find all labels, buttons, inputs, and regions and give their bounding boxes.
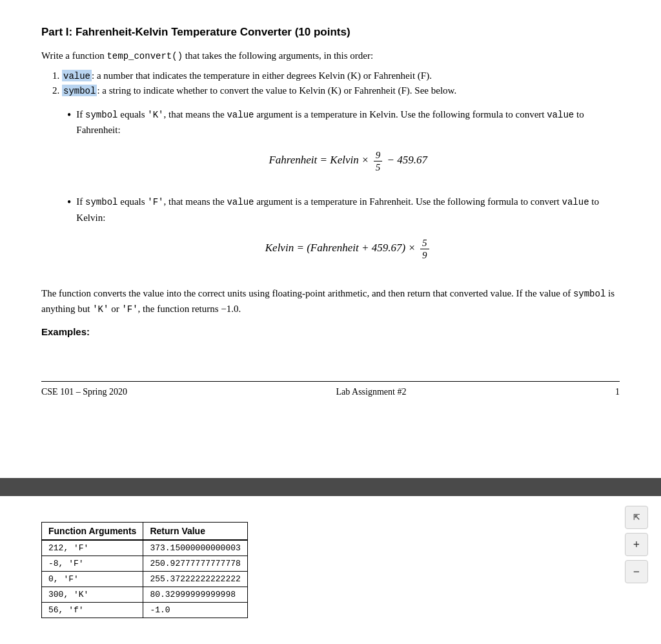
b2-symbol: symbol bbox=[85, 197, 117, 207]
footer-center: Lab Assignment #2 bbox=[336, 387, 407, 397]
arg2-label: symbol bbox=[62, 85, 97, 96]
table-cell-3-1: 80.32999999999998 bbox=[143, 587, 247, 603]
col-header-return: Return Value bbox=[143, 523, 247, 541]
b2-mid: equals bbox=[117, 196, 147, 207]
fit-icon: ⇱ bbox=[633, 513, 640, 523]
formula1-num: 9 bbox=[374, 149, 383, 161]
table-cell-4-1: -1.0 bbox=[143, 603, 247, 618]
part-title: Part I: Fahrenheit-Kelvin Temperature Co… bbox=[41, 26, 620, 39]
arg2-rest: : a string to indicate whether to conver… bbox=[97, 85, 456, 96]
table-cell-2-1: 255.37222222222222 bbox=[143, 572, 247, 587]
table-row: -8, 'F'250.92777777777778 bbox=[42, 556, 248, 572]
table-header-row: Function Arguments Return Value bbox=[42, 523, 248, 541]
formula2-paren: (Fahrenheit + 459.67) bbox=[307, 242, 405, 254]
summary-val1: 'K' bbox=[92, 304, 108, 315]
b1-arg: value bbox=[227, 110, 254, 120]
b1-post: , that means the bbox=[164, 109, 227, 119]
summary-paragraph: The function converts the value into the… bbox=[41, 286, 620, 317]
summary-text: The function converts the value into the… bbox=[41, 288, 573, 298]
plus-icon: + bbox=[633, 538, 640, 552]
summary-end: , the function returns −1.0. bbox=[138, 304, 241, 314]
table-row: 0, 'F'255.37222222222222 bbox=[42, 572, 248, 587]
formula2-num: 5 bbox=[420, 237, 429, 249]
arg-item-1: value: a number that indicates the tempe… bbox=[62, 70, 620, 81]
page-one: Part I: Fahrenheit-Kelvin Temperature Co… bbox=[0, 0, 661, 478]
examples-table: Function Arguments Return Value 212, 'F'… bbox=[41, 522, 248, 618]
b2-pre: If bbox=[76, 196, 85, 207]
table-body: 212, 'F'373.15000000000003-8, 'F'250.927… bbox=[42, 540, 248, 618]
args-list: value: a number that indicates the tempe… bbox=[62, 70, 620, 96]
b2-post: , that means the bbox=[164, 196, 227, 207]
formula1-times: × bbox=[361, 154, 372, 167]
intro-text-after: that takes the following arguments, in t… bbox=[183, 50, 373, 61]
bullet-section: • If symbol equals 'K', that means the v… bbox=[67, 107, 620, 275]
b2-end: argument is a temperature in Fahrenheit.… bbox=[254, 196, 562, 207]
footer-left: CSE 101 – Spring 2020 bbox=[41, 387, 127, 397]
formula1-minus: − 459.67 bbox=[387, 154, 427, 167]
formula1-eq: = bbox=[320, 154, 330, 167]
table-row: 300, 'K'80.32999999999998 bbox=[42, 587, 248, 603]
summary-val2: 'F' bbox=[121, 304, 137, 315]
formula-2: Kelvin = (Fahrenheit + 459.67) × 5 9 bbox=[76, 237, 620, 261]
formula1-lhs: Fahrenheit bbox=[269, 154, 317, 167]
table-cell-1-1: 250.92777777777778 bbox=[143, 556, 247, 572]
formula2-lhs: Kelvin bbox=[265, 242, 294, 254]
zoom-in-button[interactable]: + bbox=[625, 533, 648, 556]
table-cell-4-0: 56, 'f' bbox=[42, 603, 143, 618]
table-cell-3-0: 300, 'K' bbox=[42, 587, 143, 603]
table-cell-2-0: 0, 'F' bbox=[42, 572, 143, 587]
fit-button[interactable]: ⇱ bbox=[625, 506, 648, 529]
b2-val: 'F' bbox=[147, 197, 163, 207]
summary-or: or bbox=[108, 304, 121, 314]
arg-item-2: symbol: a string to indicate whether to … bbox=[62, 85, 620, 96]
arg1-label: value bbox=[62, 70, 92, 81]
table-cell-1-0: -8, 'F' bbox=[42, 556, 143, 572]
zoom-controls: ⇱ + − bbox=[625, 506, 648, 583]
formula1-den: 5 bbox=[374, 161, 383, 173]
intro-text-before: Write a function bbox=[41, 50, 107, 61]
b1-mid: equals bbox=[117, 109, 147, 119]
page-container: Part I: Fahrenheit-Kelvin Temperature Co… bbox=[0, 0, 661, 644]
formula1-term1: Kelvin bbox=[330, 154, 358, 167]
b1-symbol: symbol bbox=[85, 110, 117, 120]
footer-right: 1 bbox=[615, 387, 620, 397]
b1-pre: If bbox=[76, 109, 85, 119]
formula2-eq: = bbox=[296, 242, 307, 254]
formula2-fraction: 5 9 bbox=[420, 237, 429, 261]
b1-val: 'K' bbox=[147, 110, 163, 120]
bullet-text-1: If symbol equals 'K', that means the val… bbox=[76, 107, 620, 187]
b2-arg2: value bbox=[562, 197, 589, 207]
b2-arg: value bbox=[227, 197, 254, 207]
formula2-times: × bbox=[408, 242, 418, 254]
b1-end: argument is a temperature in Kelvin. Use… bbox=[254, 109, 547, 119]
dark-bar bbox=[0, 478, 661, 496]
page-two: ⇱ + − Function Arguments Return Value 21… bbox=[0, 496, 661, 644]
summary-code: symbol bbox=[573, 289, 605, 299]
arg1-code: value bbox=[63, 71, 90, 81]
bullet-dot-2: • bbox=[67, 195, 71, 210]
bullet-text-2: If symbol equals 'F', that means the val… bbox=[76, 194, 620, 275]
table-head: Function Arguments Return Value bbox=[42, 523, 248, 541]
intro-paragraph: Write a function temp_convert() that tak… bbox=[41, 50, 620, 61]
arg2-code: symbol bbox=[63, 86, 96, 96]
col-header-args: Function Arguments bbox=[42, 523, 143, 541]
function-name: temp_convert() bbox=[107, 51, 183, 61]
table-row: 212, 'F'373.15000000000003 bbox=[42, 540, 248, 556]
table-cell-0-0: 212, 'F' bbox=[42, 540, 143, 556]
b1-arg2: value bbox=[547, 110, 574, 120]
formula2-den: 9 bbox=[420, 249, 429, 261]
examples-label: Examples: bbox=[41, 326, 620, 337]
bullet-item-2: • If symbol equals 'F', that means the v… bbox=[67, 194, 620, 275]
page-footer: CSE 101 – Spring 2020 Lab Assignment #2 … bbox=[41, 381, 620, 401]
formula1-fraction: 9 5 bbox=[374, 149, 383, 173]
bullet-item-1: • If symbol equals 'K', that means the v… bbox=[67, 107, 620, 187]
zoom-out-button[interactable]: − bbox=[625, 560, 648, 583]
minus-icon: − bbox=[633, 565, 640, 579]
bullet-dot-1: • bbox=[67, 108, 71, 123]
arg1-rest: : a number that indicates the temperatur… bbox=[92, 70, 432, 81]
table-row: 56, 'f'-1.0 bbox=[42, 603, 248, 618]
table-cell-0-1: 373.15000000000003 bbox=[143, 540, 247, 556]
formula-1: Fahrenheit = Kelvin × 9 5 − 459.67 bbox=[76, 149, 620, 173]
